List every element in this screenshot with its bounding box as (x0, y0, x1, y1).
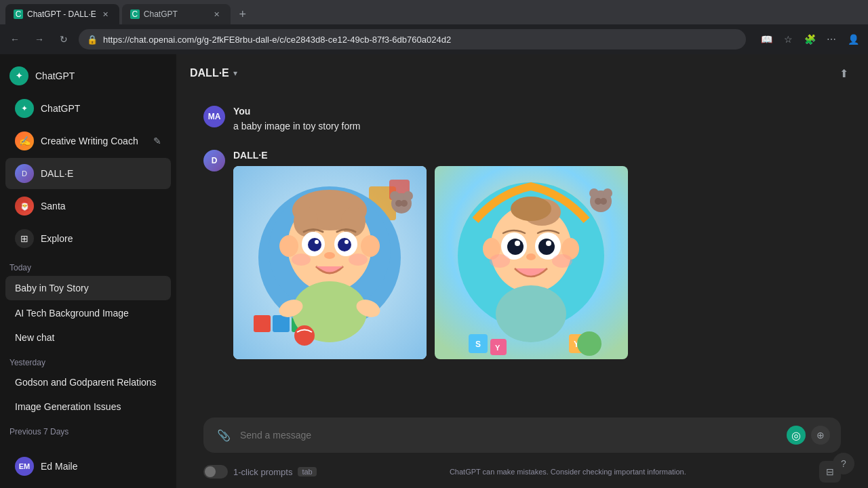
chat-title-area[interactable]: DALL·E ▾ (190, 67, 237, 79)
svg-point-13 (279, 235, 298, 257)
chat-label-godson: Godson and Godparent Relations (15, 377, 157, 388)
baby-image-2-svg: S Y Y (435, 166, 628, 359)
bookmark-button[interactable]: ☆ (778, 30, 797, 49)
chat-label-baby: Baby in Toy Story (15, 283, 89, 293)
section-previous-7-days: Previous 7 Days (0, 419, 176, 439)
tab-chatgpt-dalle[interactable]: C ChatGPT - DALL·E ✕ (5, 4, 119, 24)
svg-point-27 (294, 325, 315, 346)
user-message-content: You a baby image in toy story form (233, 106, 841, 134)
creative-writing-icon: ✍ (15, 131, 34, 150)
svg-point-48 (552, 254, 572, 268)
svg-point-58 (603, 188, 612, 198)
chat-label-image-gen: Image Generation Issues (15, 401, 121, 412)
svg-point-45 (546, 241, 551, 246)
sidebar-chat-baby-toy-story[interactable]: Baby in Toy Story ··· (5, 276, 171, 300)
chat-messages: MA You a baby image in toy story form D … (176, 92, 868, 409)
help-button[interactable]: ? (833, 453, 854, 474)
user-message: MA You a baby image in toy story form (203, 106, 841, 134)
user-name: Ed Maile (41, 461, 77, 472)
chevron-down-icon: ▾ (233, 68, 237, 78)
chat-label-ai-tech: AI Tech Background Image (15, 308, 129, 319)
tab-bar: C ChatGPT - DALL·E ✕ C ChatGPT ✕ + (0, 0, 868, 24)
sidebar-label-santa: Santa (41, 201, 66, 211)
explore-icon: ⊞ (15, 229, 34, 248)
lock-icon: 🔒 (87, 35, 98, 45)
bottom-bar: 1-click prompts tab ChatGPT can make mis… (176, 458, 868, 488)
user-sender-label: You (233, 106, 841, 117)
sidebar-item-santa[interactable]: 🎅 Santa (5, 190, 171, 222)
dalle-message: D DALL·E (203, 150, 841, 359)
chatgpt-icon: ✦ (15, 99, 34, 118)
svg-point-17 (308, 238, 321, 251)
extension-button[interactable]: 🧩 (800, 30, 819, 49)
app-container: ✦ ChatGPT ✦ ChatGPT ✍ Creative Writing C… (0, 54, 868, 488)
sidebar-header[interactable]: ✦ ChatGPT (0, 60, 176, 92)
dalle-icon: D (15, 164, 34, 183)
dalle-image-grid: S Y Y (233, 166, 841, 359)
svg-point-49 (496, 285, 566, 342)
url-text: https://chat.openai.com/g/g-2fkFE8rbu-da… (103, 35, 738, 45)
attach-button[interactable]: 📎 (214, 426, 233, 445)
dalle-submit-icon[interactable]: ◎ (787, 426, 806, 445)
tab-close-2[interactable]: ✕ (212, 9, 222, 20)
url-bar[interactable]: 🔒 https://chat.openai.com/g/g-2fkFE8rbu-… (79, 29, 746, 49)
svg-point-29 (390, 191, 399, 201)
sidebar-chat-ai-tech[interactable]: AI Tech Background Image (5, 302, 171, 325)
user-message-text: a baby image in toy story form (233, 119, 841, 134)
sidebar-chat-godson[interactable]: Godson and Godparent Relations (5, 371, 171, 394)
sidebar-label-explore: Explore (41, 233, 73, 244)
sidebar-user[interactable]: EM Ed Maile (5, 451, 171, 482)
svg-point-42 (507, 239, 524, 255)
sidebar-item-dalle[interactable]: D DALL·E (5, 158, 171, 189)
profile-button[interactable]: 👤 (844, 30, 863, 49)
more-input-options[interactable]: ⊕ (811, 426, 830, 445)
svg-point-46 (526, 253, 536, 260)
forward-button[interactable]: → (30, 30, 49, 49)
svg-point-47 (490, 254, 510, 268)
new-tab-button[interactable]: + (233, 5, 252, 24)
baby-image-1-svg (233, 166, 427, 359)
svg-point-44 (515, 241, 520, 246)
tab-label: tab (298, 467, 316, 476)
disclaimer-text: ChatGPT can make mistakes. Consider chec… (317, 468, 819, 476)
main-content: DALL·E ▾ ⬆ MA You a baby image in toy st… (176, 54, 868, 488)
sidebar-chat-image-gen[interactable]: Image Generation Issues (5, 395, 171, 418)
svg-point-60 (600, 198, 607, 205)
sidebar-item-chatgpt[interactable]: ✦ ChatGPT (5, 93, 171, 124)
sidebar-item-explore[interactable]: ⊞ Explore (5, 223, 171, 254)
share-button[interactable]: ⬆ (833, 62, 854, 84)
sidebar-title: ChatGPT (35, 70, 75, 81)
sidebar: ✦ ChatGPT ✦ ChatGPT ✍ Creative Writing C… (0, 54, 176, 488)
edit-icon: ✎ (153, 136, 161, 146)
read-aloud-button[interactable]: 📖 (757, 30, 776, 49)
user-avatar-chat: MA (203, 106, 225, 127)
one-click-label: 1-click prompts (233, 467, 292, 477)
svg-text:Y: Y (495, 344, 500, 352)
message-input[interactable] (240, 430, 780, 441)
back-button[interactable]: ← (5, 30, 24, 49)
generated-image-2[interactable]: S Y Y (435, 166, 628, 359)
header-actions: ⬆ (833, 62, 854, 84)
more-button[interactable]: ⋯ (822, 30, 841, 49)
sidebar-item-creative-writing[interactable]: ✍ Creative Writing Coach ✎ (5, 125, 171, 157)
one-click-toggle[interactable] (203, 465, 228, 479)
chat-label-new: New chat (15, 332, 54, 343)
refresh-button[interactable]: ↻ (54, 30, 73, 49)
browser-actions: 📖 ☆ 🧩 ⋯ 👤 (757, 30, 863, 49)
chat-title: DALL·E (190, 67, 229, 79)
tab-close-1[interactable]: ✕ (100, 9, 111, 20)
toggle-knob (205, 466, 216, 477)
svg-point-21 (324, 252, 335, 259)
svg-point-18 (338, 238, 351, 251)
svg-point-32 (401, 200, 408, 207)
svg-text:S: S (475, 340, 481, 349)
chat-header: DALL·E ▾ ⬆ (176, 54, 868, 92)
svg-point-30 (403, 191, 413, 201)
sidebar-chat-new[interactable]: New chat (5, 326, 171, 349)
tab-favicon-1: C (14, 9, 23, 19)
svg-rect-4 (254, 315, 271, 332)
tab-chatgpt[interactable]: C ChatGPT ✕ (122, 4, 231, 24)
sidebar-label-dalle: DALL·E (41, 168, 73, 179)
generated-image-1[interactable] (233, 166, 427, 359)
svg-rect-5 (273, 315, 290, 332)
